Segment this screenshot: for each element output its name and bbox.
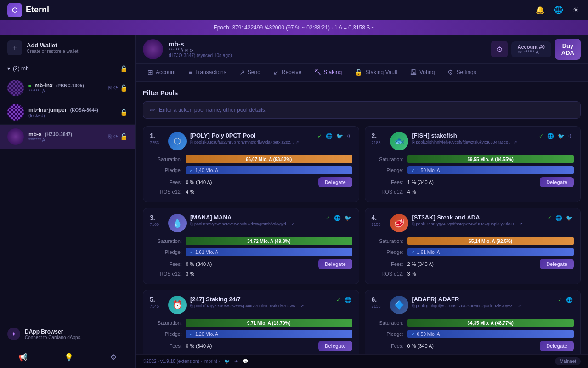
verified-icon-6[interactable]: ✓ bbox=[557, 296, 563, 304]
announcement-btn[interactable]: 📢 bbox=[13, 350, 33, 364]
pledge-label-6: Pledge: bbox=[372, 331, 404, 337]
ros-row-4: ROS e12: 3 % bbox=[372, 271, 574, 276]
refresh-addr-icon[interactable]: ⟳ bbox=[190, 48, 193, 53]
theme-toggle-btn[interactable]: ☀ bbox=[571, 4, 581, 16]
wallet-item-mb-lnx[interactable]: mb-lnx (PBNC-1305) ******* A ⎘ ⟳ 🔓 bbox=[0, 76, 135, 100]
external-link-icon-3[interactable]: ↗ bbox=[291, 222, 295, 226]
dapp-browser-btn[interactable]: ✦ DApp Browser Connect to Cardano dApps. bbox=[0, 322, 135, 346]
twitter-pool-icon-1[interactable]: 🐦 bbox=[335, 132, 344, 140]
copy-pool-icon-1[interactable]: ⎘ bbox=[190, 140, 192, 144]
content-area: mb-s ****** A ⎘ ⟳ (HZJO-3847) (synced 10… bbox=[136, 35, 588, 368]
external-link-icon-6[interactable]: ↗ bbox=[518, 304, 521, 308]
delegate-btn-4[interactable]: Delegate bbox=[540, 259, 574, 269]
rank-id-2: 7188 bbox=[372, 140, 381, 145]
wallet-group-header[interactable]: ▾ (3) mb 🔒 bbox=[0, 61, 135, 76]
globe-icon-btn[interactable]: 🌐 bbox=[552, 4, 565, 16]
network-badge: Mainnet bbox=[555, 357, 581, 365]
pledge-row-5: Pledge: ✓ 1,20 Mio. A bbox=[150, 330, 352, 338]
telegram-pool-icon-1[interactable]: ✈ bbox=[346, 132, 352, 140]
tab-account[interactable]: ⊞ Account bbox=[141, 64, 182, 81]
twitter-pool-icon-3[interactable]: 🐦 bbox=[344, 214, 352, 222]
send-tab-icon: ↗ bbox=[239, 69, 245, 76]
pool-addr-2: ⎘ pool1xlphlhnjvfeh40vcqf9fdewztsj6kyxq6… bbox=[412, 140, 535, 144]
saturation-label-6: Saturation: bbox=[372, 320, 404, 326]
discord-icon[interactable]: 💬 bbox=[243, 359, 248, 364]
external-link-icon-1[interactable]: ↗ bbox=[295, 140, 299, 144]
tab-send[interactable]: ↗ Send bbox=[233, 64, 267, 81]
copy-addr-icon[interactable]: ⎘ bbox=[185, 48, 188, 53]
saturation-row-4: Saturation: 65,14 Mio. A (92.5%) bbox=[372, 237, 574, 245]
pledge-label-3: Pledge: bbox=[150, 249, 182, 255]
sidebar-footer: ✦ DApp Browser Connect to Cardano dApps.… bbox=[0, 322, 135, 368]
tab-transactions[interactable]: ≡ Transactions bbox=[182, 64, 232, 81]
pool-rank-1: 1. 7253 bbox=[150, 132, 164, 145]
fees-left-1: Fees: 0 % (340 A) bbox=[150, 179, 212, 185]
fees-label-6: Fees: bbox=[372, 343, 404, 349]
verified-icon-1[interactable]: ✓ bbox=[317, 132, 323, 140]
external-link-icon-2[interactable]: ↗ bbox=[514, 140, 517, 144]
tab-voting[interactable]: 🗳 Voting bbox=[404, 64, 441, 81]
globe-pool-icon-6[interactable]: 🌐 bbox=[565, 296, 574, 304]
wallet-info-mb-lnx: mb-lnx (PBNC-1305) ******* A bbox=[28, 82, 104, 94]
telegram-icon[interactable]: ✈ bbox=[234, 359, 238, 364]
globe-pool-icon-5[interactable]: 🌐 bbox=[344, 296, 352, 304]
globe-pool-icon-3[interactable]: 🌐 bbox=[333, 214, 342, 222]
ros-label-2: ROS e12: bbox=[372, 189, 404, 195]
globe-pool-icon-2[interactable]: 🌐 bbox=[546, 132, 555, 140]
wallet-settings-btn[interactable]: ⚙ bbox=[491, 41, 508, 58]
twitter-pool-icon-4[interactable]: 🐦 bbox=[565, 214, 574, 222]
copy-pool-icon-2[interactable]: ⎘ bbox=[412, 140, 414, 144]
filter-pools-input[interactable] bbox=[159, 107, 574, 113]
twitter-pool-icon-2[interactable]: 🐦 bbox=[557, 132, 565, 140]
telegram-pool-icon-2[interactable]: ✈ bbox=[567, 132, 574, 140]
pool-name-6: [ADAFR] ADAFR bbox=[412, 296, 554, 303]
verified-icon-5[interactable]: ✓ bbox=[335, 296, 342, 304]
external-link-icon-4[interactable]: ↗ bbox=[519, 222, 523, 226]
delegate-btn-6[interactable]: Delegate bbox=[540, 341, 574, 351]
external-link-icon-5[interactable]: ↗ bbox=[300, 304, 304, 308]
staking-vault-tab-icon: 🔒 bbox=[355, 69, 362, 76]
notification-icon-btn[interactable]: 🔔 bbox=[534, 4, 547, 16]
buy-ada-btn[interactable]: BuyADA bbox=[555, 39, 581, 60]
globe-pool-icon-4[interactable]: 🌐 bbox=[554, 214, 563, 222]
wallet-item-mb-s[interactable]: mb-s (HZJO-3847) ******* A ⎘ ⟳ 🔓 bbox=[0, 125, 135, 149]
wallet-item-mb-lnx-jumper[interactable]: mb-lnx-jumper (KOSA-8044) (locked) 🔒 bbox=[0, 100, 135, 125]
online-dot bbox=[28, 85, 31, 87]
dapp-text: DApp Browser Connect to Cardano dApps. bbox=[25, 328, 81, 340]
pool-card-6: 6. 7138 🔷 [ADAFR] ADAFR ⎘ pool1gtphgrdj8… bbox=[365, 290, 581, 354]
copy-pool-icon-5[interactable]: ⎘ bbox=[190, 304, 192, 308]
wallet-info-2: mb-s (HZJO-3847) ******* A bbox=[28, 131, 104, 143]
rank-num-2: 2. bbox=[372, 132, 386, 139]
tab-staking-vault[interactable]: 🔒 Staking Vault bbox=[348, 64, 404, 81]
copy-pool-icon-6[interactable]: ⎘ bbox=[412, 304, 414, 308]
globe-pool-icon-1[interactable]: 🌐 bbox=[325, 132, 334, 140]
pool-icons-2: ✓ 🌐 🐦 ✈ bbox=[538, 132, 574, 140]
saturation-row-6: Saturation: 34,35 Mio. A (48.77%) bbox=[372, 319, 574, 327]
tab-staking[interactable]: ⛏ Staking bbox=[308, 64, 348, 81]
verified-icon-3[interactable]: ✓ bbox=[325, 214, 331, 222]
ros-row-2: ROS e12: 4 % bbox=[372, 189, 574, 195]
delegate-btn-3[interactable]: Delegate bbox=[318, 259, 352, 269]
tab-settings[interactable]: ⚙ Settings bbox=[441, 64, 482, 81]
settings-btn[interactable]: ⚙ bbox=[105, 350, 122, 364]
fees-label-1: Fees: bbox=[150, 179, 182, 185]
copy-pool-icon-3[interactable]: ⎘ bbox=[190, 222, 192, 226]
delegate-btn-2[interactable]: Delegate bbox=[540, 177, 574, 187]
verified-icon-2[interactable]: ✓ bbox=[538, 132, 544, 140]
pool-card-1: 1. 7253 ⬡ [POLY] Poly 0PCT Pool ⎘ pool1k… bbox=[143, 126, 359, 202]
ros-row-1: ROS e12: 4 % bbox=[150, 189, 352, 195]
twitter-icon[interactable]: 🐦 bbox=[224, 359, 230, 364]
tab-receive[interactable]: ↙ Receive bbox=[267, 64, 308, 81]
pool-main-info-6: [ADAFR] ADAFR ⎘ pool1gtphgrdj8sluxm9e7ca… bbox=[412, 296, 554, 308]
delegate-btn-1[interactable]: Delegate bbox=[318, 177, 352, 187]
pledge-label-5: Pledge: bbox=[150, 331, 182, 337]
saturation-label-5: Saturation: bbox=[150, 320, 182, 326]
pool-logo-4: 🥩 bbox=[390, 214, 408, 232]
tab-staking-vault-label: Staking Vault bbox=[365, 69, 397, 75]
copy-pool-icon-4[interactable]: ⎘ bbox=[412, 222, 414, 226]
delegate-btn-5[interactable]: Delegate bbox=[318, 341, 352, 351]
verified-icon-4[interactable]: ✓ bbox=[546, 214, 553, 222]
fees-row-3: Fees: 0 % (340 A) Delegate bbox=[150, 259, 352, 269]
add-wallet-btn[interactable]: ＋ Add Wallet Create or restore a wallet. bbox=[0, 35, 135, 61]
light-theme-btn[interactable]: 💡 bbox=[59, 350, 79, 364]
